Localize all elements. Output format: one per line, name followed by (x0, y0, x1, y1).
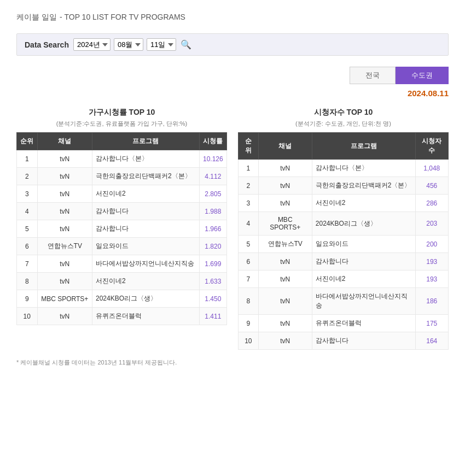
rank-cell: 2 (17, 168, 38, 185)
table-row: 7 tvN 서진이네2 193 (239, 271, 449, 288)
program-cell: 바다에서밥상까지언니네산지직송 (92, 255, 199, 273)
channel-cell: tvN (37, 150, 92, 168)
tables-row: 가구시청률 TOP 10 (분석기준:수도권, 유료플랫폼 가입 가구, 단위:… (16, 108, 449, 350)
household-col-channel: 채널 (37, 133, 92, 150)
rating-cell: 1.450 (199, 290, 226, 308)
program-cell: 2024KBO리그〈생〉 (92, 290, 199, 308)
viewers-cell: 164 (415, 332, 448, 350)
viewers-col-program: 프로그램 (312, 133, 415, 160)
rating-cell: 4.112 (199, 168, 226, 185)
table-row: 2 tvN 극한의출장요리단백패커2〈본〉 456 (239, 177, 449, 195)
viewers-table-subtitle: (분석기준: 수도권, 개인, 단위:천 명) (238, 120, 449, 128)
program-cell: 서진이네2 (92, 185, 199, 203)
channel-cell: tvN (37, 255, 92, 273)
table-row: 1 tvN 감사합니다〈본〉 10.126 (17, 150, 227, 168)
rank-cell: 8 (17, 273, 38, 290)
viewers-col-channel: 채널 (258, 133, 312, 160)
table-row: 8 tvN 바다에서밥상까지언니네산지직송 186 (239, 288, 449, 315)
channel-cell: MBC SPORTS+ (37, 290, 92, 308)
table-row: 10 tvN 감사합니다 164 (239, 332, 449, 350)
viewers-col-viewers: 시청자수 (415, 133, 448, 160)
channel-cell: tvN (37, 220, 92, 238)
channel-cell: tvN (37, 185, 92, 203)
region-btn-nationwide[interactable]: 전국 (350, 67, 396, 84)
rating-cell: 1.820 (199, 238, 226, 255)
viewers-col-rank: 순위 (239, 133, 259, 160)
page-subtitle: - TOP 10 LIST FOR TV PROGRAMS (60, 13, 185, 21)
date-display: 2024.08.11 (16, 89, 449, 98)
rank-cell: 4 (239, 212, 259, 236)
program-cell: 서진이네2 (312, 271, 415, 288)
table-row: 4 MBC SPORTS+ 2024KBO리그〈생〉 203 (239, 212, 449, 236)
viewers-cell: 175 (415, 315, 448, 332)
table-row: 8 tvN 서진이네2 1.633 (17, 273, 227, 290)
household-col-rating: 시청률 (199, 133, 226, 150)
household-table-subtitle: (분석기준:수도권, 유료플랫폼 가입 가구, 단위:%) (16, 120, 227, 128)
viewers-cell: 193 (415, 271, 448, 288)
table-row: 4 tvN 감사합니다 1.988 (17, 203, 227, 220)
program-cell: 감사합니다〈본〉 (92, 150, 199, 168)
channel-cell: tvN (258, 315, 312, 332)
channel-cell: tvN (37, 168, 92, 185)
rank-cell: 9 (17, 290, 38, 308)
channel-cell: tvN (37, 273, 92, 290)
region-buttons: 전국 수도권 (16, 67, 449, 84)
program-cell: 일요와이드 (92, 238, 199, 255)
channel-cell: tvN (37, 308, 92, 325)
viewers-table-section: 시청자수 TOP 10 (분석기준: 수도권, 개인, 단위:천 명) 순위 채… (238, 108, 449, 350)
channel-cell: tvN (258, 271, 312, 288)
viewers-cell: 193 (415, 253, 448, 271)
month-select[interactable]: 08월 (114, 38, 143, 51)
program-cell: 극한의출장요리단백패커2〈본〉 (312, 177, 415, 195)
program-cell: 바다에서밥상까지언니네산지직송 (312, 288, 415, 315)
household-col-rank: 순위 (17, 133, 38, 150)
household-col-program: 프로그램 (92, 133, 199, 150)
program-cell: 서진이네2 (92, 273, 199, 290)
viewers-cell: 200 (415, 236, 448, 253)
program-cell: 유퀴즈온더블럭 (312, 315, 415, 332)
program-cell: 감사합니다 (92, 203, 199, 220)
rating-cell: 1.633 (199, 273, 226, 290)
table-row: 6 연합뉴스TV 일요와이드 1.820 (17, 238, 227, 255)
viewers-cell: 286 (415, 195, 448, 212)
channel-cell: tvN (258, 160, 312, 177)
program-cell: 유퀴즈온더블럭 (92, 308, 199, 325)
rank-cell: 10 (17, 308, 38, 325)
rank-cell: 6 (239, 253, 259, 271)
rank-cell: 5 (17, 220, 38, 238)
rating-cell: 1.966 (199, 220, 226, 238)
program-cell: 감사합니다 (92, 220, 199, 238)
rating-cell: 1.699 (199, 255, 226, 273)
viewers-table-title: 시청자수 TOP 10 (238, 108, 449, 117)
viewers-cell: 186 (415, 288, 448, 315)
table-row: 5 연합뉴스TV 일요와이드 200 (239, 236, 449, 253)
year-select[interactable]: 2024년 (73, 38, 111, 51)
table-row: 7 tvN 바다에서밥상까지언니네산지직송 1.699 (17, 255, 227, 273)
rank-cell: 7 (239, 271, 259, 288)
rank-cell: 10 (239, 332, 259, 350)
search-input[interactable] (196, 40, 440, 49)
region-btn-metro[interactable]: 수도권 (396, 67, 449, 84)
search-bar: Data Search 2024년 08월 11일 🔍 (16, 33, 449, 56)
rank-cell: 9 (239, 315, 259, 332)
program-cell: 감사합니다 (312, 332, 415, 350)
rating-cell: 1.988 (199, 203, 226, 220)
search-selects: 2024년 08월 11일 (73, 38, 176, 51)
table-row: 5 tvN 감사합니다 1.966 (17, 220, 227, 238)
channel-cell: tvN (258, 177, 312, 195)
program-cell: 서진이네2 (312, 195, 415, 212)
viewers-cell: 456 (415, 177, 448, 195)
day-select[interactable]: 11일 (147, 38, 176, 51)
channel-cell: tvN (258, 253, 312, 271)
channel-cell: tvN (258, 288, 312, 315)
rank-cell: 5 (239, 236, 259, 253)
rank-cell: 1 (17, 150, 38, 168)
channel-cell: 연합뉴스TV (258, 236, 312, 253)
viewers-cell: 203 (415, 212, 448, 236)
table-row: 3 tvN 서진이네2 2.805 (17, 185, 227, 203)
page-title: 케이블 일일 - TOP 10 LIST FOR TV PROGRAMS (16, 11, 449, 22)
rank-cell: 7 (17, 255, 38, 273)
table-row: 9 MBC SPORTS+ 2024KBO리그〈생〉 1.450 (17, 290, 227, 308)
search-label: Data Search (25, 40, 69, 49)
search-button[interactable]: 🔍 (181, 39, 191, 50)
